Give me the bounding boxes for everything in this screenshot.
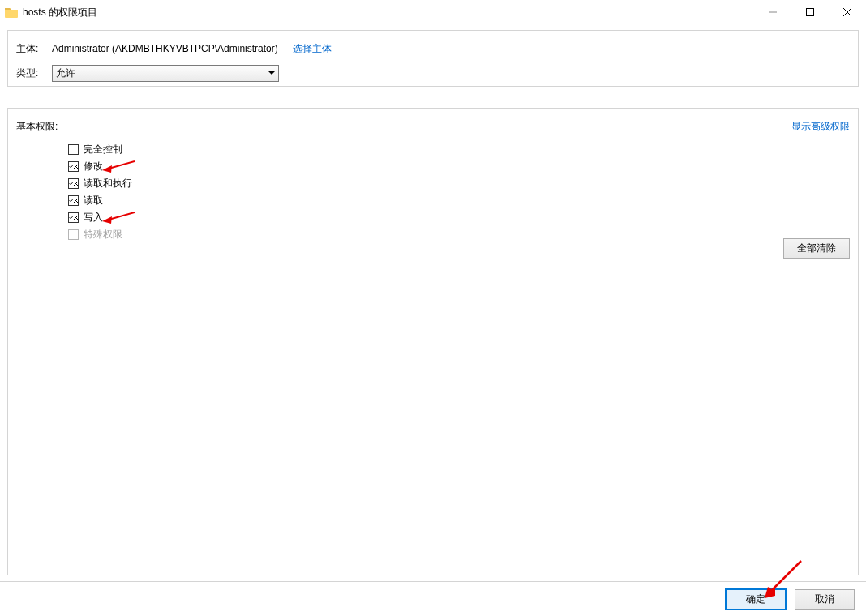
- perm-item-special: 特殊权限: [68, 226, 858, 243]
- type-selected-text: 允许: [56, 66, 75, 80]
- minimize-button[interactable]: [754, 0, 791, 24]
- annotation-arrow-icon: [102, 160, 135, 173]
- title-bar: hosts 的权限项目: [0, 0, 866, 24]
- annotation-arrow-icon: [102, 211, 135, 224]
- principal-row: 主体: Administrator (AKDMBTHKYVBTPCP\Admin…: [8, 41, 858, 57]
- chevron-down-icon: [268, 71, 275, 75]
- select-principal-link[interactable]: 选择主体: [293, 42, 332, 56]
- perm-item-read-execute: 读取和执行: [68, 175, 858, 192]
- checkbox-full-control[interactable]: [68, 144, 79, 155]
- ok-label: 确定: [746, 592, 765, 606]
- permissions-group: 基本权限: 显示高级权限 完全控制 修改 读取和执: [7, 108, 859, 575]
- perm-item-read: 读取: [68, 192, 858, 209]
- cancel-button[interactable]: 取消: [795, 589, 855, 610]
- perm-item-write: 写入: [68, 209, 858, 226]
- ok-button[interactable]: 确定: [725, 588, 787, 610]
- principal-group: 主体: Administrator (AKDMBTHKYVBTPCP\Admin…: [7, 30, 859, 87]
- perm-label: 读取和执行: [84, 177, 132, 190]
- perm-item-modify: 修改: [68, 158, 858, 175]
- permissions-header: 基本权限: 显示高级权限: [8, 109, 858, 135]
- clear-all-button[interactable]: 全部清除: [783, 238, 850, 259]
- window-controls: [754, 0, 866, 24]
- checkbox-read-execute[interactable]: [68, 178, 79, 189]
- checkbox-modify[interactable]: [68, 161, 79, 172]
- checkbox-read[interactable]: [68, 195, 79, 206]
- checkbox-special: [68, 229, 79, 240]
- maximize-button[interactable]: [791, 0, 829, 24]
- dialog-footer: 确定 取消: [0, 582, 866, 616]
- principal-value: Administrator (AKDMBTHKYVBTPCP\Administr…: [52, 43, 278, 54]
- type-select[interactable]: 允许: [52, 65, 279, 82]
- perm-label: 特殊权限: [84, 228, 122, 242]
- perm-label: 读取: [84, 194, 103, 207]
- basic-permissions-label: 基本权限:: [16, 120, 58, 134]
- type-label: 类型:: [8, 66, 52, 80]
- window-title: hosts 的权限项目: [23, 6, 97, 19]
- perm-label: 写入: [84, 211, 103, 225]
- checkbox-write[interactable]: [68, 212, 79, 223]
- perm-label: 完全控制: [84, 143, 122, 156]
- show-advanced-permissions-link[interactable]: 显示高级权限: [791, 120, 850, 134]
- clear-all-label: 全部清除: [797, 242, 836, 255]
- cancel-label: 取消: [815, 592, 834, 606]
- permissions-list: 完全控制 修改 读取和执行 读: [8, 141, 858, 243]
- dialog-client-area: 主体: Administrator (AKDMBTHKYVBTPCP\Admin…: [0, 24, 866, 582]
- perm-label: 修改: [84, 160, 103, 173]
- close-button[interactable]: [829, 0, 866, 24]
- folder-icon: [5, 6, 18, 19]
- type-row: 类型: 允许: [8, 65, 858, 81]
- perm-item-full-control: 完全控制: [68, 141, 858, 158]
- principal-label: 主体:: [8, 42, 52, 56]
- svg-rect-0: [807, 9, 814, 16]
